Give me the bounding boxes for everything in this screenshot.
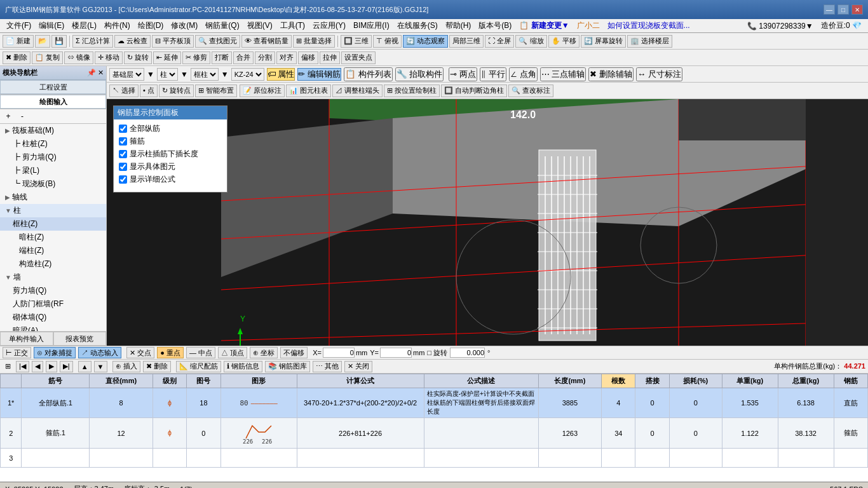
menu-guangxiao[interactable]: 广小二 [573, 19, 604, 32]
rebar-next-btn[interactable]: ▶ [46, 361, 57, 372]
align-slab-button[interactable]: ⊟ 平齐板顶 [152, 35, 194, 48]
maximize-button[interactable]: □ [837, 4, 849, 15]
object-snap-btn[interactable]: ⊙ 对象捕捉 [34, 347, 76, 358]
trim-button[interactable]: ✂ 修剪 [182, 51, 210, 64]
intersection-btn[interactable]: ✕ 交点 [126, 347, 154, 358]
resize-rebar-btn[interactable]: 📐 缩尺配筋 [176, 361, 221, 372]
menu-floor[interactable]: 楼层(L) [68, 19, 100, 32]
midpoint-btn[interactable]: ● 重点 [157, 347, 184, 358]
rebar-table-container[interactable]: 筋号 直径(mm) 级别 图号 图形 计算公式 公式描述 长度(mm) 根数 搭… [0, 374, 868, 482]
rebar-opt-insert-len[interactable]: 显示柱插筋下插长度 [119, 149, 222, 159]
rebar-down-btn[interactable]: ▼ [94, 361, 107, 372]
drawing-input-btn[interactable]: 绘图输入 [0, 95, 106, 109]
move-button[interactable]: ✛ 移动 [95, 51, 123, 64]
layer-select[interactable]: 基础层 [109, 68, 144, 81]
part-list-btn[interactable]: 📋 构件列表 [344, 67, 393, 81]
rebar-opt-detail-formula[interactable]: 显示详细公式 [119, 174, 222, 185]
screen-rotate-button[interactable]: 🔄 屏幕旋转 [581, 35, 626, 48]
nav-panel-controls[interactable]: 📌 ✕ [87, 69, 104, 77]
corner-point-btn[interactable]: ∠ 点角 [509, 67, 538, 81]
rotate-point-btn[interactable]: ↻ 旋转点 [159, 85, 194, 97]
menu-help[interactable]: 帮助(H) [442, 19, 475, 32]
rebar-table-row[interactable]: 1*全部纵筋.18ф1880———————3470-20+1.2*37*d+(2… [1, 388, 868, 418]
coord-btn[interactable]: ⊕ 坐标 [250, 347, 278, 358]
close-rebar-btn[interactable]: ✕ 关闭 [344, 361, 372, 372]
menu-how-to[interactable]: 如何设置现浇板变截面... [604, 19, 694, 32]
vertex-btn[interactable]: △ 顶点 [218, 347, 247, 358]
rebar-table-row[interactable]: 3 [1, 449, 868, 468]
origin-label-btn[interactable]: 📝 原位标注 [240, 85, 285, 97]
tree-struct-col[interactable]: 构造柱(Z) [0, 257, 106, 271]
stretch-button[interactable]: 拉伸 [320, 51, 340, 64]
menu-modify[interactable]: 修改(M) [167, 19, 201, 32]
parallel-btn[interactable]: ∥ 平行 [480, 67, 506, 81]
rebar-opt-show-elem[interactable]: 显示具体图元 [119, 161, 222, 172]
auto-corner-btn[interactable]: 🔲 自动判断边角柱 [441, 85, 507, 97]
menu-view[interactable]: 视图(V) [243, 19, 276, 32]
midpt-btn[interactable]: — 中点 [186, 347, 215, 358]
new-button[interactable]: 📄 新建 [3, 35, 34, 48]
extend-button[interactable]: ⇤ 延伸 [153, 51, 181, 64]
adjust-head-btn[interactable]: ⊿ 调整柱端头 [332, 85, 383, 97]
menu-edit[interactable]: 编辑(E) [35, 19, 68, 32]
tree-collapse-btn[interactable]: - [17, 111, 28, 122]
menu-phone[interactable]: 📞 13907298339▼ [743, 20, 817, 32]
batch-select-button[interactable]: ⊞ 批量选择 [293, 35, 335, 48]
dimension-btn[interactable]: ↔ 尺寸标注 [636, 67, 682, 81]
menu-online[interactable]: 在线服务(S) [393, 19, 442, 32]
engineering-setup-btn[interactable]: 工程设置 [0, 80, 106, 94]
tree-masonry-wall[interactable]: 砌体墙(Q) [0, 311, 106, 324]
property-btn[interactable]: 🏷 属性 [267, 68, 295, 81]
rebar-last-btn[interactable]: ▶| [60, 361, 73, 372]
pan-button[interactable]: ✋ 平移 [548, 35, 580, 48]
top-view-button[interactable]: ⊤ 俯视 [373, 35, 402, 48]
menu-version[interactable]: 版本号(B) [475, 19, 515, 32]
dynamic-input-btn[interactable]: ↗ 动态输入 [78, 347, 121, 358]
kz-id-select[interactable]: KZ-24 [231, 68, 264, 81]
menu-price[interactable]: 造价豆:0 💎 [817, 19, 865, 32]
y-input[interactable]: 0 [380, 348, 412, 358]
change-label-btn[interactable]: 🔍 查改标注 [508, 85, 553, 97]
menu-file[interactable]: 文件(F) [3, 19, 35, 32]
tree-shear-wall[interactable]: 剪力墙(Q) [0, 284, 106, 297]
copy-button[interactable]: 📋 复制 [32, 51, 63, 64]
two-point-btn[interactable]: ⊸ 两点 [449, 67, 477, 81]
tree-dark-beam[interactable]: 暗梁(A) [0, 324, 106, 331]
3d-button[interactable]: 🔲 三维 [341, 35, 372, 48]
single-input-btn[interactable]: 单构件输入 [0, 332, 53, 346]
ortho-btn[interactable]: ⊢ 正交 [3, 347, 31, 358]
minimize-button[interactable]: — [824, 4, 835, 15]
del-aux-btn[interactable]: ✖ 删除辅轴 [588, 67, 634, 81]
draw-pos-btn[interactable]: ⊞ 按位置绘制柱 [384, 85, 440, 97]
menu-draw[interactable]: 绘图(D) [134, 19, 168, 32]
rebar-opt-stirrup[interactable]: 箍筋 [119, 136, 222, 147]
rebar-prev-btn[interactable]: ◀ [32, 361, 43, 372]
rebar-insert-btn[interactable]: ⊕ 插入 [112, 361, 140, 372]
three-point-btn[interactable]: ⋯ 三点辅轴 [540, 67, 587, 81]
break-button[interactable]: 打断 [212, 51, 232, 64]
tree-end-col[interactable]: 端柱(Z) [0, 244, 106, 257]
3d-canvas[interactable]: 钢筋显示控制面板 全部纵筋 箍筋 显示柱插筋下插长度 显示具体图元 显示详细公式 [107, 99, 868, 346]
local-3d-button[interactable]: 局部三维 [449, 35, 484, 48]
report-preview-btn[interactable]: 报表预览 [53, 332, 107, 346]
no-offset-btn[interactable]: 不偏移 [280, 347, 308, 358]
rotate-input[interactable] [450, 348, 485, 358]
tree-pile-col[interactable]: ┣ 柱桩(Z) [0, 137, 106, 151]
tree-column[interactable]: ▼ 柱 [0, 204, 106, 217]
tree-frame-col[interactable]: 框柱(Z) [0, 217, 106, 231]
close-button[interactable]: ✕ [851, 4, 863, 15]
grip-point-button[interactable]: 设置夹点 [341, 51, 376, 64]
menu-component[interactable]: 构件(N) [100, 19, 134, 32]
tree-raft-foundation[interactable]: ▶ 筏板基础(M) [0, 124, 106, 137]
offset-button[interactable]: 偏移 [298, 51, 318, 64]
dynamic-view-button[interactable]: 🔄 动态观察 [403, 35, 448, 48]
tree-cast-slab[interactable]: ┗ 现浇板(B) [0, 177, 106, 191]
menu-rebar-qty[interactable]: 钢筋量(Q) [201, 19, 243, 32]
open-button[interactable]: 📂 [35, 35, 50, 48]
tree-airdef-wall[interactable]: 人防门框墙(RF [0, 297, 106, 311]
rebar-first-btn[interactable]: |◀ [16, 361, 29, 372]
split-button[interactable]: 分割 [255, 51, 275, 64]
calc-button[interactable]: Σ 汇总计算 [72, 35, 113, 48]
edit-rebar-btn[interactable]: ✏ 编辑钢筋 [297, 68, 341, 81]
comp-type-select[interactable]: 柱 [157, 68, 178, 81]
